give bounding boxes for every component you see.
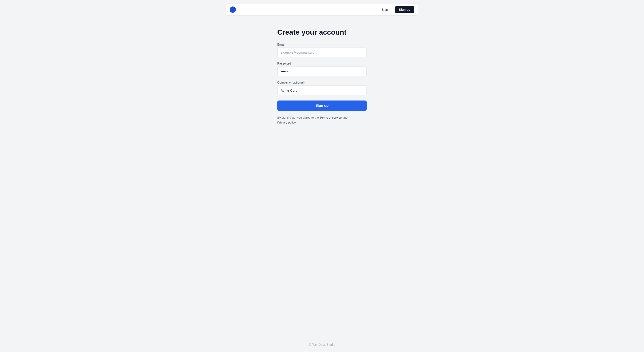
password-input[interactable] bbox=[277, 67, 367, 76]
email-input[interactable] bbox=[277, 48, 367, 57]
nav-sign-up-button[interactable]: Sign up bbox=[395, 6, 414, 13]
sign-in-link[interactable]: Sign in bbox=[382, 8, 391, 11]
form-container: Create your account Email Password Compa… bbox=[277, 28, 367, 125]
legal-prefix: By signing up, you agree to the bbox=[277, 116, 320, 119]
sign-up-button[interactable]: Sign up bbox=[277, 101, 367, 111]
email-field-group: Email bbox=[277, 43, 367, 57]
footer: © TechDocs Studio bbox=[304, 336, 340, 352]
company-label: Company (optional) bbox=[277, 81, 367, 84]
company-input[interactable] bbox=[277, 86, 367, 95]
email-label: Email bbox=[277, 43, 367, 46]
main-content: Create your account Email Password Compa… bbox=[0, 19, 644, 336]
nav-right: Sign in Sign up bbox=[382, 6, 414, 13]
footer-copyright: © TechDocs Studio bbox=[308, 343, 335, 347]
legal-middle: and bbox=[342, 116, 348, 119]
navbar-inner: Sign in Sign up bbox=[226, 3, 418, 16]
company-field-group: Company (optional) bbox=[277, 81, 367, 95]
logo-icon bbox=[230, 6, 236, 13]
privacy-policy-link[interactable]: Privacy policy bbox=[277, 121, 296, 124]
page-title: Create your account bbox=[277, 28, 367, 36]
navbar: Sign in Sign up bbox=[0, 0, 644, 19]
legal-suffix: . bbox=[296, 121, 296, 124]
password-label: Password bbox=[277, 62, 367, 65]
password-field-group: Password bbox=[277, 62, 367, 76]
legal-text: By signing up, you agree to the Terms of… bbox=[277, 115, 367, 125]
terms-of-service-link[interactable]: Terms of service bbox=[320, 116, 342, 119]
